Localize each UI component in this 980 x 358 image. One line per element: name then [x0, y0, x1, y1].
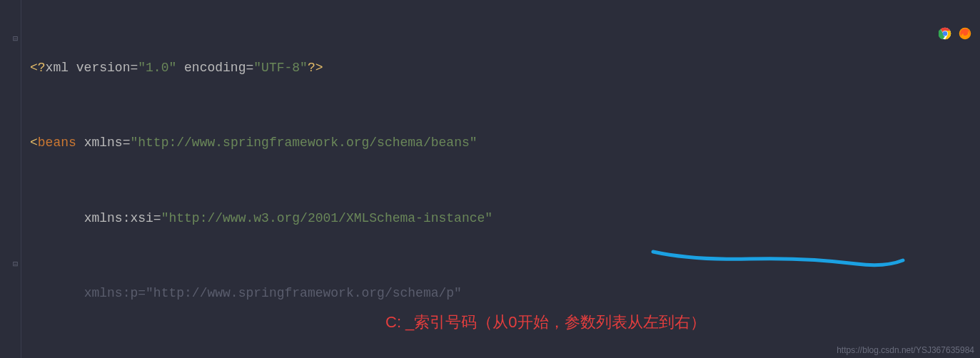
code-line[interactable]: xmlns:xsi="http://www.w3.org/2001/XMLSch… — [30, 206, 980, 231]
unused-namespace: xmlns:p= — [84, 286, 146, 300]
browser-icons — [939, 27, 971, 40]
annotation-text: C: _索引号码（从0开始，参数列表从左到右） — [385, 312, 706, 333]
watermark: https://blog.csdn.net/YSJ367635984 — [837, 345, 974, 355]
gutter: ⊟ ⊟ — [0, 0, 21, 358]
fold-minus-icon[interactable]: ⊟ — [13, 31, 18, 48]
chrome-icon[interactable] — [939, 27, 951, 40]
fold-end-icon[interactable]: ⊟ — [13, 257, 18, 273]
code-content[interactable]: <?xml version="1.0" encoding="UTF-8"?> <… — [0, 6, 980, 358]
annotation-underline — [650, 246, 906, 278]
xml-open: <? — [30, 61, 46, 75]
code-line[interactable]: xmlns:p="http://www.springframework.org/… — [30, 281, 980, 306]
code-editor[interactable]: ⊟ ⊟ <?xml version="1.0" encoding="UTF-8"… — [0, 0, 980, 358]
code-line[interactable]: <beans xmlns="http://www.springframework… — [30, 131, 980, 155]
firefox-icon[interactable] — [959, 27, 971, 40]
beans-tag: beans — [38, 135, 76, 150]
code-line[interactable]: <?xml version="1.0" encoding="UTF-8"?> — [30, 56, 980, 81]
